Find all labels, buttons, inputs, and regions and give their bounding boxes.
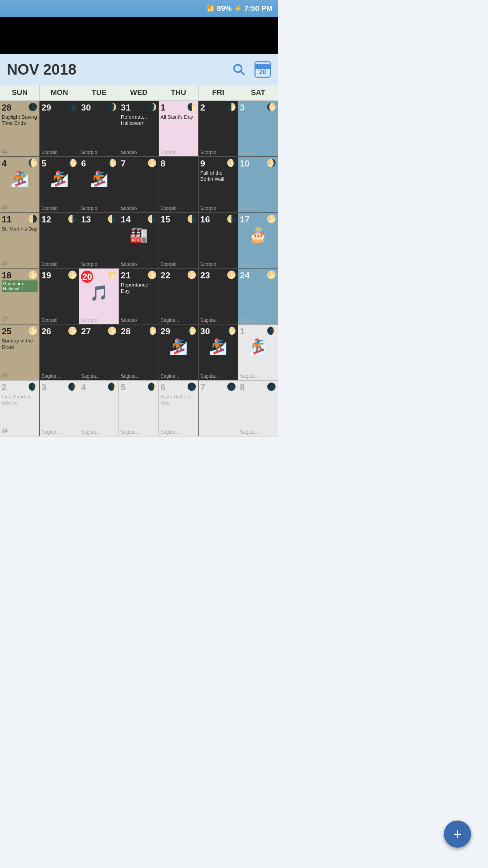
cell-number: 24 [240, 271, 250, 280]
cell-emoji-icon: 🎂 [240, 226, 276, 243]
calendar-cell-nov7[interactable]: 7🌕Scorpio [119, 157, 159, 213]
black-bar [0, 17, 278, 54]
calendar-cell-nov5[interactable]: 5🌔🏂Scorpio [40, 157, 79, 213]
moon-phase-icon: 🌔 [68, 159, 77, 167]
calendar-cell-nov3[interactable]: 3🌔Scorpio [238, 101, 278, 157]
cell-number: 5 [41, 159, 46, 169]
event-tag: Gartenarb... National... [2, 280, 38, 292]
zodiac-text: Scorpio [81, 317, 117, 323]
day-header-wed: WED [119, 85, 159, 100]
moon-phase-icon: 🌕 [267, 215, 276, 223]
zodiac-text: Scorpio [161, 261, 197, 267]
moon-phase-icon: 🌒 [147, 382, 157, 391]
week-number: 47 [2, 317, 38, 323]
cell-emoji-icon: 🏂 [161, 338, 197, 355]
zodiac-text: Scorpio [41, 205, 77, 211]
calendar-cell-oct28[interactable]: 28🌑Daylight Saving Time Ends44 [0, 101, 40, 157]
calendar-cell-nov22[interactable]: 22🌕Sagitta... [159, 269, 199, 324]
calendar-cell-nov4[interactable]: 4🌔🏂45 [0, 157, 40, 213]
calendar-cell-nov25[interactable]: 25🌕Sunday of the Dead48 [0, 324, 40, 380]
calendar-cell-nov18[interactable]: 18🌕Gartenarb... National...47 [0, 269, 40, 324]
zodiac-text: Scorpio [121, 150, 157, 155]
search-button[interactable] [230, 61, 247, 78]
calendar-cell-nov8[interactable]: 8Scorpio [159, 157, 199, 213]
calendar-cell-nov6[interactable]: 6🌔🏂Scorpio [79, 157, 119, 213]
zodiac-text: Sagitta... [240, 429, 276, 435]
zodiac-text: Scorpio [200, 261, 236, 267]
moon-phase-icon: 🌕 [187, 271, 196, 279]
calendar-cell-nov9[interactable]: 9🌖Fall of the Berlin WallScorpio [199, 157, 238, 213]
calendar-cell-dec2[interactable]: 2🌒First Sunday Advent49 [0, 380, 40, 436]
cell-number: 29 [41, 103, 51, 113]
calendar-cell-nov24[interactable]: 24🌕Sagitta... [238, 269, 278, 324]
calendar-cell-oct31[interactable]: 31🌒Reformati... HalloweenScorpio [119, 101, 159, 157]
calendar-cell-dec7[interactable]: 7🌑 [199, 380, 238, 436]
moon-phase-icon: 🌕 [68, 271, 77, 279]
zodiac-text: Scorpio [240, 261, 276, 267]
calendar-cell-nov14[interactable]: 14🌗🏭Scorpio [119, 213, 159, 269]
search-icon [232, 63, 245, 76]
cell-number: 11 [2, 215, 12, 224]
zodiac-text: Scorpio [240, 150, 276, 155]
cell-number: 9 [200, 159, 205, 169]
calendar-cell-nov26[interactable]: 26🌕Sagitta... [40, 324, 79, 380]
cell-number: 3 [41, 382, 46, 392]
calendar-cell-nov10[interactable]: 10🌖Scorpio [238, 157, 278, 213]
calendar-cell-nov11[interactable]: 11🌗St. Martin's Day46 [0, 213, 40, 269]
today-button[interactable]: 20 [254, 61, 271, 78]
moon-phase-icon: 🌑 [227, 382, 236, 391]
cell-number: 29 [161, 327, 170, 336]
moon-phase-icon: 🌑 [267, 382, 276, 391]
calendar-cell-dec5[interactable]: 5🌒Sagitta... [119, 380, 159, 436]
cell-number: 27 [81, 327, 91, 336]
calendar-cell-nov30[interactable]: 30🌔🏂Sagitta... [199, 324, 238, 380]
calendar-cell-dec8[interactable]: 8🌑Sagitta... [238, 380, 278, 436]
cell-number: 7 [200, 382, 205, 392]
zodiac-text: Scorpio [161, 150, 197, 155]
cell-emoji-icon: 🎵 [81, 284, 117, 302]
calendar-cell-nov1[interactable]: 1🌓All Saint's DayScorpio [159, 101, 199, 157]
day-header-sun: SUN [0, 85, 40, 100]
moon-phase-icon: 🌕 [28, 327, 37, 335]
moon-phase-icon: 🌖 [227, 159, 236, 167]
calendar-cell-dec6[interactable]: 6🌑Saint Nicholas DaySagitta... [159, 380, 199, 436]
moon-phase-icon: 🌕 [227, 271, 236, 279]
moon-phase-icon: 🌓 [227, 103, 236, 112]
moon-phase-icon: 🌒 [107, 103, 117, 112]
calendar-cell-nov21[interactable]: 21🌕Repentance DayScorpio [119, 269, 159, 324]
day-header-tue: TUE [79, 85, 119, 100]
calendar-cell-dec4[interactable]: 4🌒Sagitta... [79, 380, 119, 436]
calendar-cell-dec3[interactable]: 3🌒Sagitta... [40, 380, 79, 436]
zodiac-text: Sagitta... [121, 373, 157, 379]
week-number: 46 [2, 261, 38, 267]
cell-number: 30 [81, 103, 91, 113]
cell-event: Repentance Day [121, 282, 157, 300]
calendar-cell-nov19[interactable]: 19🌕Scorpio [40, 269, 79, 324]
calendar-cell-nov17[interactable]: 17🌕🎂Scorpio [238, 213, 278, 269]
calendar-cell-nov27[interactable]: 27🌕Sagitta... [79, 324, 119, 380]
moon-phase-icon: 🌕 [267, 271, 276, 279]
moon-phase-icon: 🌗 [107, 215, 117, 223]
zodiac-text: Scorpio [121, 261, 157, 267]
calendar-cell-nov15[interactable]: 15🌗Scorpio [159, 213, 199, 269]
cell-number: 30 [200, 327, 210, 336]
calendar-cell-nov23[interactable]: 23🌕Sagitta... [199, 269, 238, 324]
zodiac-text: Sagitta... [161, 317, 197, 323]
zodiac-text: Scorpio [200, 150, 236, 155]
calendar-cell-nov13[interactable]: 13🌗Scorpio [79, 213, 119, 269]
moon-phase-icon: 🌔 [267, 103, 276, 112]
calendar-cell-nov29[interactable]: 29🌔🏂Sagitta... [159, 324, 199, 380]
zodiac-text: Scorpio [81, 205, 117, 211]
calendar-cell-nov12[interactable]: 12🌗Scorpio [40, 213, 79, 269]
calendar-cell-nov16[interactable]: 16🌗Scorpio [199, 213, 238, 269]
moon-phase-icon: 🌔 [147, 327, 157, 335]
calendar-cell-oct29[interactable]: 29🌑Scorpio [40, 101, 79, 157]
time-text: 7:50 PM [244, 4, 272, 13]
calendar-cell-nov20[interactable]: 20🌕🎵Scorpio [79, 269, 119, 324]
zodiac-text: Sagitta... [200, 373, 236, 379]
calendar-cell-nov2[interactable]: 2🌓Scorpio [199, 101, 238, 157]
calendar-cell-oct30[interactable]: 30🌒Scorpio [79, 101, 119, 157]
cell-emoji-icon: 🏂 [81, 170, 117, 188]
calendar-cell-dec1[interactable]: 1🌒🏂Sagitta... [238, 324, 278, 380]
calendar-cell-nov28[interactable]: 28🌔Sagitta... [119, 324, 159, 380]
